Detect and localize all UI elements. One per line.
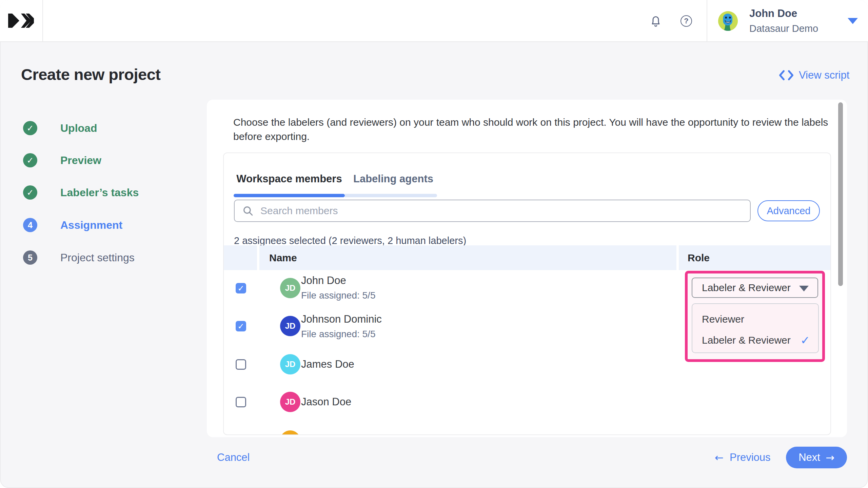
step-number: 5 <box>23 250 37 265</box>
view-script-label: View script <box>799 69 849 81</box>
avatar: JD <box>280 392 300 412</box>
member-name: James Doe <box>301 358 354 370</box>
view-script-link[interactable]: View script <box>778 69 849 81</box>
avatar <box>280 430 300 435</box>
app-window: ? John Doe Datasaur Demo Create new proj… <box>0 0 868 488</box>
top-bar <box>0 0 868 42</box>
step-labelers-tasks[interactable]: ✓ Labeler’s tasks <box>23 185 139 200</box>
step-number: 4 <box>23 218 37 232</box>
vertical-scrollbar[interactable] <box>838 102 843 286</box>
help-button[interactable]: ? <box>679 14 694 28</box>
workspace-name: Datasaur Demo <box>749 23 818 34</box>
previous-label: Previous <box>730 451 771 464</box>
header-checkbox-cell <box>224 245 257 270</box>
search-icon <box>242 205 254 217</box>
member-files-assigned: File assigned: 5/5 <box>301 290 375 301</box>
row-checkbox-checked[interactable]: ✓ <box>236 321 246 331</box>
search-members-input[interactable] <box>260 205 717 217</box>
step-check-icon: ✓ <box>23 121 37 135</box>
annotation-highlight-box: Labeler & Reviewer Reviewer Labeler & Re… <box>685 271 825 362</box>
step-label: Labeler’s tasks <box>60 186 139 199</box>
role-select-value: Labeler & Reviewer <box>702 282 791 293</box>
step-label: Assignment <box>60 219 122 231</box>
selection-summary: 2 assignees selected (2 reviewers, 2 hum… <box>234 235 466 246</box>
member-files-assigned: File assigned: 5/5 <box>301 329 375 340</box>
notifications-button[interactable] <box>648 14 663 28</box>
arrow-right-icon: → <box>826 451 834 464</box>
avatar: JD <box>280 316 300 336</box>
user-avatar[interactable] <box>718 11 738 31</box>
row-checkbox-unchecked[interactable] <box>236 397 246 407</box>
datasaur-logo[interactable] <box>0 0 43 41</box>
column-name: Name <box>269 252 297 264</box>
member-name: Jason Doe <box>301 396 351 408</box>
step-label: Project settings <box>60 251 135 264</box>
tab-label: Labeling agents <box>353 173 433 185</box>
advanced-label: Advanced <box>767 205 811 217</box>
code-icon <box>778 70 794 81</box>
avatar: JD <box>280 278 300 298</box>
avatar-dino-icon <box>718 11 738 31</box>
bell-icon <box>649 14 662 28</box>
member-name: John Doe <box>301 274 346 287</box>
tab-workspace-members[interactable]: Workspace members <box>234 169 345 188</box>
chevron-down-icon <box>799 286 809 291</box>
search-members-box[interactable] <box>234 200 751 222</box>
role-select[interactable]: Labeler & Reviewer <box>692 278 818 298</box>
cancel-button[interactable]: Cancel <box>217 451 250 464</box>
selected-check-icon: ✓ <box>801 333 810 347</box>
role-option-reviewer[interactable]: Reviewer <box>692 309 818 330</box>
step-label: Preview <box>60 154 101 167</box>
tab-labeling-agents[interactable]: Labeling agents <box>353 169 434 188</box>
step-label: Upload <box>60 122 97 135</box>
tab-underline-inactive <box>345 194 437 197</box>
step-check-icon: ✓ <box>23 153 37 167</box>
column-role: Role <box>688 252 710 264</box>
help-icon: ? <box>680 15 692 27</box>
step-project-settings[interactable]: 5 Project settings <box>23 250 135 265</box>
step-check-icon: ✓ <box>23 185 37 200</box>
next-button[interactable]: Next → <box>786 447 847 468</box>
user-name[interactable]: John Doe <box>749 7 797 20</box>
next-label: Next <box>798 451 820 464</box>
members-card: Workspace members Labeling agents Advanc… <box>223 152 831 435</box>
tab-underline-active <box>234 194 345 197</box>
topbar-divider <box>707 0 707 41</box>
advanced-button[interactable]: Advanced <box>757 200 820 221</box>
role-option-labeler-reviewer[interactable]: Labeler & Reviewer ✓ <box>692 330 818 351</box>
user-menu-chevron-down-icon[interactable] <box>848 18 858 24</box>
tab-label: Workspace members <box>236 173 342 185</box>
header-name-cell: Name <box>259 245 676 270</box>
arrow-left-icon: ← <box>715 451 724 464</box>
header-role-cell: Role <box>679 245 831 270</box>
datasaur-logo-icon <box>7 13 35 28</box>
avatar: JD <box>280 354 300 374</box>
page-title: Create new project <box>21 65 161 84</box>
role-dropdown-menu: Reviewer Labeler & Reviewer ✓ <box>692 303 819 353</box>
step-upload[interactable]: ✓ Upload <box>23 121 97 136</box>
row-checkbox-unchecked[interactable] <box>236 359 246 370</box>
step-assignment[interactable]: 4 Assignment <box>23 218 122 232</box>
panel-description: Choose the labelers (and reviewers) on y… <box>233 115 840 144</box>
step-preview[interactable]: ✓ Preview <box>23 153 101 168</box>
assignment-panel: Choose the labelers (and reviewers) on y… <box>207 100 847 437</box>
previous-button[interactable]: ← Previous <box>715 451 771 464</box>
member-name: Johnson Dominic <box>301 313 382 325</box>
row-checkbox-checked[interactable]: ✓ <box>236 283 246 293</box>
